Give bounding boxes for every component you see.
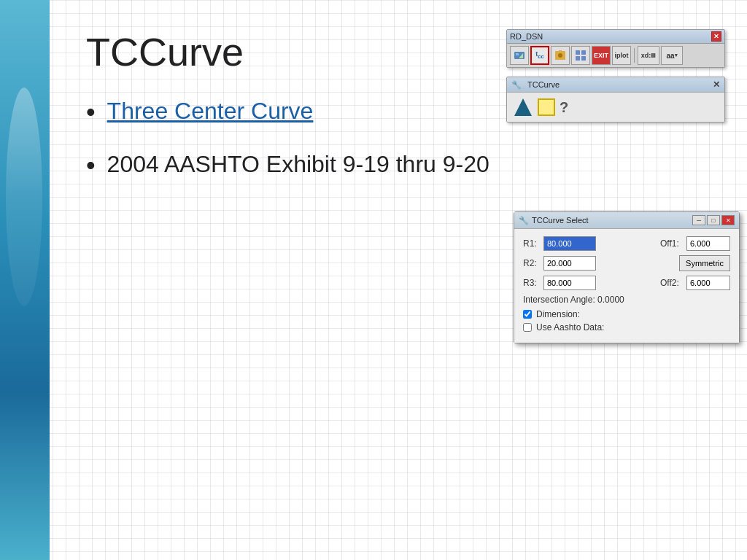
toolbar-img-button[interactable]: [510, 46, 529, 65]
mini-square-icon[interactable]: [538, 98, 555, 116]
mini-triangle-icon: [513, 97, 533, 117]
mini-dialog-title: TCCurve: [527, 80, 560, 89]
toolbar-title: RD_DSN: [510, 32, 543, 41]
svg-rect-6: [576, 50, 580, 55]
toolbar-aa-button[interactable]: aa ▾: [661, 46, 683, 65]
svg-point-4: [558, 53, 562, 58]
toolbar-separator: [634, 48, 635, 63]
aashto-text: 2004 AASHTO Exhibit 9-19 thru 9-20: [107, 149, 489, 180]
list-item: 2004 AASHTO Exhibit 9-19 thru 9-20: [86, 149, 711, 181]
svg-rect-5: [559, 50, 562, 52]
svg-rect-7: [581, 50, 586, 55]
svg-marker-10: [514, 98, 532, 116]
toolbar-xd-button[interactable]: xd: ▤: [638, 46, 659, 65]
toolbar-exit-button[interactable]: EXIT: [592, 46, 611, 65]
toolbar-iplot-button[interactable]: iplot: [612, 46, 631, 65]
svg-rect-9: [581, 56, 586, 61]
mini-dialog-close-button[interactable]: ✕: [713, 79, 720, 90]
three-center-curve-link[interactable]: Three Center Curve: [107, 96, 314, 127]
slide: TCCurve Three Center Curve 2004 AASHTO E…: [0, 0, 747, 560]
toolbar-close-button[interactable]: ✕: [711, 31, 721, 42]
aa-dropdown: ▾: [675, 52, 678, 58]
toolbar-titlebar: RD_DSN ✕: [507, 30, 724, 44]
mini-dialog-body: ?: [507, 93, 724, 122]
aa-label: aa: [666, 52, 674, 60]
svg-rect-1: [516, 53, 519, 55]
mini-question-mark[interactable]: ?: [560, 99, 568, 116]
toolbar-tcc-button[interactable]: tcc: [530, 46, 549, 65]
toolbar-body: tcc EXIT: [507, 44, 724, 67]
mini-dialog-titlebar: 🔧 TCCurve ✕: [507, 77, 724, 93]
toolbar-grid-button[interactable]: [571, 46, 590, 65]
svg-rect-8: [576, 56, 580, 61]
right-panel: RD_DSN ✕ tcc: [506, 29, 725, 134]
rdsn-toolbar-window: RD_DSN ✕ tcc: [506, 29, 725, 68]
tccurve-mini-dialog: 🔧 TCCurve ✕ ?: [506, 77, 725, 122]
xd-label: xd:: [641, 52, 651, 59]
mini-title-icon: 🔧: [511, 80, 522, 90]
mini-title-left: 🔧 TCCurve: [511, 80, 560, 90]
left-decorative-bar: [0, 0, 50, 560]
xd-subtext: ▤: [651, 52, 656, 58]
toolbar-gear-button[interactable]: [551, 46, 570, 65]
